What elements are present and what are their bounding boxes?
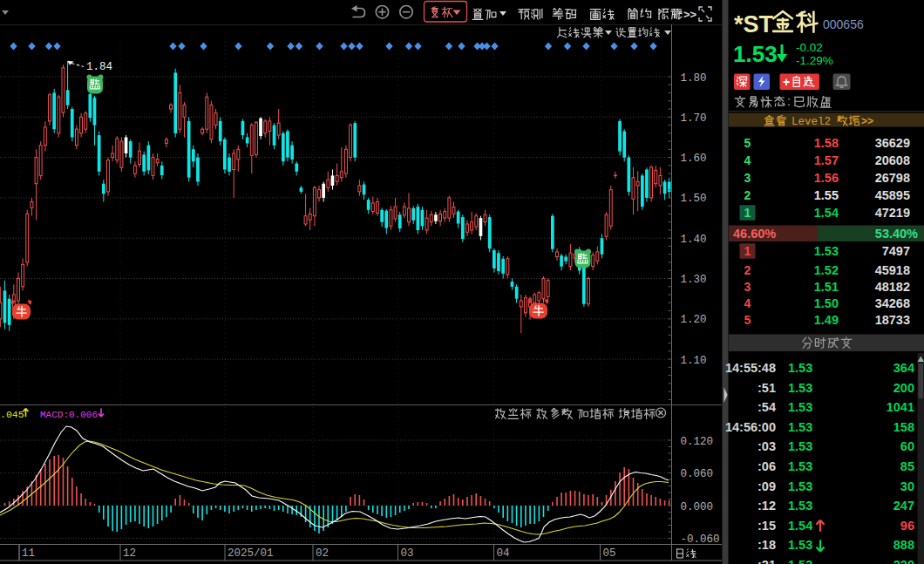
svg-text:1.53: 1.53 (814, 244, 839, 258)
svg-text:1.70: 1.70 (681, 112, 707, 125)
svg-text:1.52: 1.52 (814, 263, 839, 277)
svg-text:888: 888 (893, 538, 914, 552)
svg-text:5: 5 (744, 136, 751, 150)
svg-text:MACD:0.006: MACD:0.006 (40, 410, 98, 420)
svg-text::21: :21 (758, 558, 776, 564)
svg-text::06: :06 (758, 459, 776, 473)
svg-text:5: 5 (744, 313, 751, 327)
svg-text:03: 03 (401, 547, 414, 560)
svg-text:04: 04 (497, 547, 510, 560)
svg-text:1.58: 1.58 (814, 136, 839, 150)
svg-text:60: 60 (900, 439, 914, 453)
svg-text:1.53: 1.53 (733, 41, 778, 67)
svg-text::51: :51 (758, 381, 776, 395)
svg-text::18: :18 (758, 538, 776, 552)
svg-text:>>: >> (683, 8, 697, 21)
svg-text:1.53: 1.53 (788, 538, 812, 552)
svg-text:1.49: 1.49 (814, 313, 839, 327)
svg-text:1.53: 1.53 (788, 558, 812, 564)
svg-text:000656: 000656 (823, 17, 864, 31)
svg-text:11: 11 (22, 547, 35, 560)
svg-text:0.000: 0.000 (681, 501, 714, 513)
svg-text:14:56:00: 14:56:00 (725, 420, 776, 434)
svg-text:1.60: 1.60 (681, 153, 707, 165)
svg-text:1.53: 1.53 (788, 361, 812, 375)
svg-text:1.80: 1.80 (681, 72, 707, 85)
svg-text:1.84: 1.84 (86, 61, 112, 73)
svg-text:45895: 45895 (875, 188, 910, 202)
svg-text:1.50: 1.50 (814, 296, 839, 310)
svg-text:20608: 20608 (875, 153, 910, 167)
svg-text:1.51: 1.51 (814, 280, 839, 294)
svg-text:48182: 48182 (875, 280, 910, 294)
svg-text:1041: 1041 (887, 400, 914, 414)
svg-text:47219: 47219 (875, 206, 910, 220)
svg-text:200: 200 (893, 381, 914, 395)
svg-text:1.53: 1.53 (788, 479, 812, 493)
svg-text::54: :54 (758, 400, 776, 414)
svg-text:Level2: Level2 (792, 116, 831, 128)
svg-text:34268: 34268 (875, 296, 910, 310)
svg-text:45918: 45918 (875, 263, 910, 277)
svg-text:14:55:48: 14:55:48 (725, 361, 776, 375)
svg-text:1.40: 1.40 (681, 234, 707, 246)
svg-text:0.120: 0.120 (681, 436, 714, 448)
svg-text:1.53: 1.53 (788, 439, 812, 453)
svg-text:1.54: 1.54 (788, 519, 812, 533)
svg-text:1.30: 1.30 (681, 274, 707, 286)
svg-text:4: 4 (744, 296, 751, 310)
svg-text:3: 3 (744, 171, 751, 185)
svg-text::: : (787, 94, 791, 108)
svg-text:7497: 7497 (882, 244, 910, 258)
svg-text:1: 1 (744, 244, 751, 258)
svg-text:1.53: 1.53 (788, 381, 812, 395)
svg-text:-0.060: -0.060 (681, 533, 720, 546)
svg-text::03: :03 (758, 439, 776, 453)
svg-text:1.54: 1.54 (814, 206, 839, 220)
svg-text:247: 247 (893, 499, 914, 513)
svg-text:02: 02 (316, 547, 329, 560)
svg-text:96: 96 (900, 519, 914, 533)
svg-text:+: + (783, 75, 790, 89)
svg-text:2: 2 (744, 188, 751, 202)
svg-text:0.060: 0.060 (681, 468, 714, 480)
svg-text:220: 220 (893, 558, 914, 564)
svg-text:3: 3 (744, 280, 751, 294)
svg-text:1.20: 1.20 (681, 314, 707, 326)
svg-text:30: 30 (900, 479, 914, 493)
svg-text:1.53: 1.53 (788, 420, 812, 434)
svg-text:-1.29%: -1.29% (796, 54, 833, 67)
svg-text:1.50: 1.50 (681, 193, 707, 205)
svg-text:26798: 26798 (875, 171, 910, 185)
svg-text:1.56: 1.56 (814, 171, 839, 185)
svg-text:1.53: 1.53 (788, 499, 812, 513)
svg-text:158: 158 (893, 420, 914, 434)
svg-text:1.55: 1.55 (814, 188, 839, 202)
svg-text:1.57: 1.57 (814, 153, 839, 167)
svg-text:2025/01: 2025/01 (228, 547, 274, 560)
svg-text:12: 12 (123, 547, 136, 560)
svg-text:>>: >> (861, 115, 873, 127)
svg-text:4: 4 (744, 153, 751, 167)
svg-text:*ST: *ST (734, 11, 774, 37)
svg-text::15: :15 (758, 519, 776, 533)
svg-text:.045: .045 (0, 409, 24, 420)
svg-text:1.53: 1.53 (788, 459, 812, 473)
svg-text:46.60%: 46.60% (733, 227, 776, 241)
svg-text:1: 1 (744, 206, 751, 220)
svg-text:85: 85 (900, 459, 914, 473)
svg-text:36629: 36629 (875, 136, 910, 150)
svg-text:-0.02: -0.02 (796, 41, 823, 54)
svg-text:364: 364 (893, 361, 914, 375)
svg-text:1.53: 1.53 (788, 400, 812, 414)
svg-text:1.10: 1.10 (681, 355, 707, 367)
svg-text:18733: 18733 (875, 313, 910, 327)
svg-text:05: 05 (603, 547, 616, 560)
svg-text:53.40%: 53.40% (875, 227, 918, 241)
svg-text:2: 2 (744, 263, 751, 277)
svg-text::09: :09 (758, 479, 776, 493)
svg-text::12: :12 (758, 499, 776, 513)
